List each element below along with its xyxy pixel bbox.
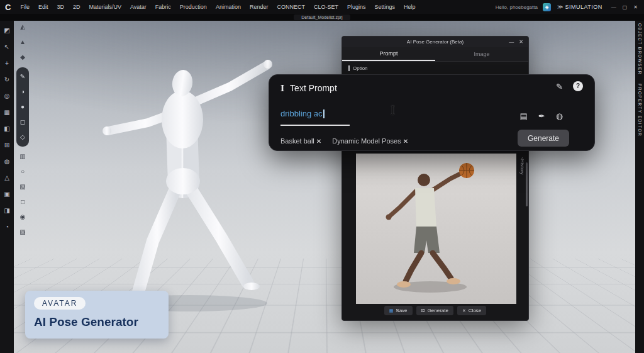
tool-icon-1[interactable]: ◩ [2,26,12,36]
tab-prompt[interactable]: Prompt [342,47,435,61]
close-window-icon[interactable]: ✕ [633,4,638,10]
prompt-input[interactable]: dribbling ac [280,108,350,126]
user-greeting[interactable]: Hello, phoebegatta [496,4,538,10]
vtool-icon-10[interactable]: ○ [18,167,28,177]
menu-production[interactable]: Production [175,4,211,10]
tag-dynamic-model-poses[interactable]: Dynamic Model Poses ✕ [332,137,408,145]
random-sphere-icon[interactable]: ◍ [556,111,563,121]
text-prompt-popup: I Text Prompt ✎ ? dribbling ac I ▤ ✒ ◍ G… [269,74,595,151]
tool-icon-10[interactable]: △ [2,173,12,183]
vtool-icon-13[interactable]: ◉ [18,212,28,222]
save-button[interactable]: ▦ Save [384,306,413,315]
menu-render[interactable]: Render [245,4,273,10]
vtool-icon-12[interactable]: □ [18,197,28,207]
tool-icon-5[interactable]: ◎ [2,91,12,101]
vtool-icon-11[interactable]: ▧ [18,182,28,192]
tag-label: Dynamic Model Poses [332,137,401,145]
vtool-icon-3[interactable]: ◆ [18,52,28,62]
text-caret-icon: I [280,84,284,93]
property-editor-tab[interactable]: PROPERTY EDITOR [638,84,642,137]
tool-icon-2[interactable]: ↖ [2,42,12,52]
window-controls: — ▢ ✕ [611,4,640,10]
maximize-icon[interactable]: ▢ [623,4,628,10]
popup-generate-button[interactable]: Generate [518,130,569,147]
menu-file[interactable]: File [16,4,34,10]
tool-icon-6[interactable]: ▦ [2,108,12,118]
tool-icon-13[interactable]: ◔ [2,222,12,232]
feature-title: AI Pose Generator [34,315,160,329]
menu-plugins[interactable]: Plugins [343,4,370,10]
simulation-toggle[interactable]: SIMULATION [565,4,602,10]
close-icon: ✕ [462,308,466,313]
menu-avatar[interactable]: Avatar [126,4,151,10]
menu-connect[interactable]: CONNECT [272,4,309,10]
left-toolbar: ◩ ↖ + ↻ ◎ ▦ ◧ ⊞ ◍ △ ▣ ◨ ◔ [0,20,14,353]
menu-settings[interactable]: Settings [370,4,399,10]
object-browser-tab[interactable]: OBJECT BROWSER [638,23,642,75]
simulation-chevrons-icon: ≫ [557,4,563,10]
minimize-icon[interactable]: — [611,4,616,10]
dialog-title-bar[interactable]: AI Pose Generator (Beta) — ✕ [342,36,528,47]
tool-icon-9[interactable]: ◍ [2,157,12,167]
avatar-tool-group: ✎ ◑ ● ◻ ◇ [16,67,29,147]
vtool-icon-2[interactable]: ▲ [18,37,28,47]
menu-bar: C File Edit 3D 2D Materials/UV Avatar Fa… [0,0,644,14]
save-icon: ▦ [389,308,394,313]
tag-close-icon[interactable]: ✕ [403,138,408,145]
vtool-icon-1[interactable]: ◭ [18,22,28,32]
popup-header: I Text Prompt [280,83,337,93]
generated-pose-image[interactable] [356,154,516,304]
tab-image[interactable]: Image [435,47,528,61]
text-caret [323,109,325,118]
vtool-icon-4[interactable]: ✎ [18,72,28,82]
tool-icon-11[interactable]: ▣ [2,189,12,199]
feature-badge: AVATAR [34,297,86,310]
file-tab[interactable]: Default_Modelist.zprj [294,14,350,20]
menu-3d[interactable]: 3D [52,4,69,10]
tag-basketball[interactable]: Basket ball ✕ [280,137,321,145]
close-label: Close [469,308,481,313]
generate-label: Generate [428,308,448,313]
history-panel-toggle[interactable]: ‹History [519,157,525,175]
connect-badge-icon[interactable]: ◈ [543,3,551,11]
right-panel-strip: OBJECT BROWSER PROPERTY EDITOR [635,20,644,353]
tool-icon-4[interactable]: ↻ [2,75,12,85]
vtool-icon-5[interactable]: ◑ [18,87,28,97]
vtool-icon-8[interactable]: ◇ [18,132,28,142]
option-label: Option [353,65,368,71]
menu-fabric[interactable]: Fabric [151,4,175,10]
generate-button[interactable]: ⚄ Generate [416,306,453,315]
dialog-scrollbar[interactable] [526,162,528,206]
tool-icon-8[interactable]: ⊞ [2,140,12,150]
dialog-footer: ▦ Save ⚄ Generate ✕ Close [342,306,528,315]
menu-help[interactable]: Help [399,4,420,10]
option-section-header[interactable]: Option [342,62,528,74]
tool-icon-12[interactable]: ◨ [2,206,12,216]
dialog-minimize-icon[interactable]: — [509,39,514,45]
menu-animation[interactable]: Animation [211,4,245,10]
help-icon[interactable]: ? [573,81,583,91]
option-accent-bar [348,65,350,71]
library-icon[interactable]: ▤ [519,111,527,121]
ibeam-mouse-cursor: I [391,104,395,117]
tool-icon-3[interactable]: + [2,59,12,69]
app-logo: C [5,3,11,12]
viewport-toolbar: ◭ ▲ ◆ ✎ ◑ ● ◻ ◇ ▥ ○ ▧ □ ◉ ▨ [16,22,29,237]
dialog-close-icon[interactable]: ✕ [519,39,523,45]
popup-title: Text Prompt [290,83,337,93]
save-label: Save [396,308,407,313]
menu-clo-set[interactable]: CLO-SET [309,4,343,10]
menu-edit[interactable]: Edit [34,4,53,10]
vtool-icon-7[interactable]: ◻ [18,117,28,127]
vtool-icon-14[interactable]: ▨ [18,227,28,237]
prompt-tags: Basket ball ✕ Dynamic Model Poses ✕ [280,137,408,145]
tag-close-icon[interactable]: ✕ [316,138,321,145]
vtool-icon-9[interactable]: ▥ [18,152,28,162]
pen-icon[interactable]: ✒ [538,111,545,121]
tool-icon-7[interactable]: ◧ [2,124,12,134]
menu-2d[interactable]: 2D [69,4,85,10]
vtool-icon-6[interactable]: ● [18,102,28,112]
menu-materials-uv[interactable]: Materials/UV [84,4,126,10]
close-button[interactable]: ✕ Close [457,306,486,315]
edit-icon[interactable]: ✎ [556,82,563,91]
